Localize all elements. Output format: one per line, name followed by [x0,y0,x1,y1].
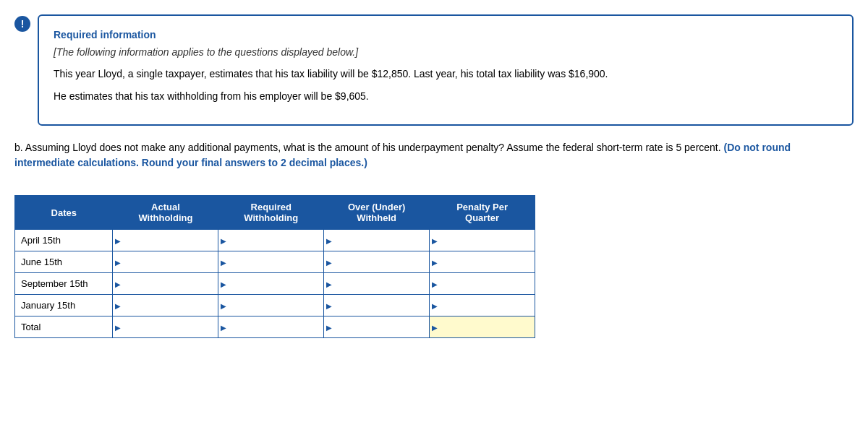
required-withholding-september[interactable] [218,273,324,295]
underpayment-table: Dates ActualWithholding Required Withhol… [14,195,535,338]
date-cell-april: April 15th [15,230,113,251]
date-cell-january: January 15th [15,295,113,316]
info-box-paragraph1: This year Lloyd, a single taxpayer, esti… [54,66,838,82]
alert-icon: ! [14,16,30,32]
col-header-over-under: Over (Under)Withheld [324,196,430,230]
actual-withholding-january[interactable] [113,295,218,316]
col-header-dates: Dates [15,196,113,230]
date-cell-june: June 15th [15,251,113,273]
info-box-subtitle: [The following information applies to th… [54,46,838,58]
over-under-april[interactable] [324,230,430,251]
actual-withholding-september[interactable] [113,273,218,295]
penalty-total[interactable] [430,316,535,338]
actual-withholding-total[interactable] [113,316,218,338]
info-box-paragraph2: He estimates that his tax withholding fr… [54,89,838,104]
table-section: Dates ActualWithholding Required Withhol… [14,195,854,338]
table-header-row: Dates ActualWithholding Required Withhol… [15,196,535,230]
penalty-january[interactable] [430,295,535,316]
info-box-title: Required information [54,29,838,40]
table-row: June 15th [15,251,535,273]
table-total-row: Total [15,316,535,338]
penalty-june[interactable] [430,251,535,273]
required-withholding-june[interactable] [218,251,324,273]
table-row: April 15th [15,230,535,251]
table-row: September 15th [15,273,535,295]
info-box: Required information [The following info… [38,14,854,126]
page-container: ! Required information [The following in… [14,14,854,338]
date-cell-total: Total [15,316,113,338]
col-header-penalty: Penalty Per Quarter [430,196,535,230]
info-box-wrapper: ! Required information [The following in… [14,14,854,126]
over-under-september[interactable] [324,273,430,295]
required-withholding-total[interactable] [218,316,324,338]
required-withholding-january[interactable] [218,295,324,316]
question-text: b. Assuming Lloyd does not make any addi… [14,140,854,171]
question-text-normal: b. Assuming Lloyd does not make any addi… [14,142,724,153]
actual-withholding-april[interactable] [113,230,218,251]
required-withholding-april[interactable] [218,230,324,251]
date-cell-september: September 15th [15,273,113,295]
table-row: January 15th [15,295,535,316]
col-header-required-withholding: Required Withholding [218,196,324,230]
actual-withholding-june[interactable] [113,251,218,273]
over-under-total[interactable] [324,316,430,338]
col-header-actual-withholding: ActualWithholding [113,196,218,230]
penalty-september[interactable] [430,273,535,295]
penalty-april[interactable] [430,230,535,251]
over-under-january[interactable] [324,295,430,316]
over-under-june[interactable] [324,251,430,273]
